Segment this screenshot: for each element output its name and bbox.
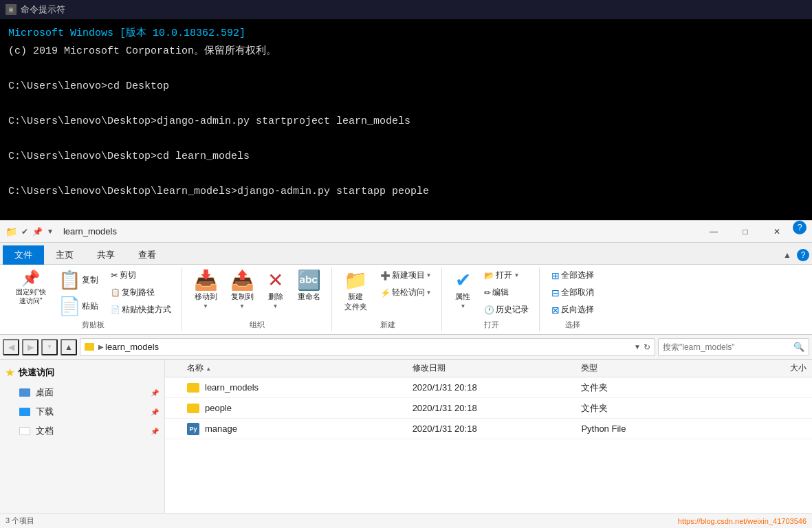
organize-label: 组织 xyxy=(250,320,265,331)
sidebar-item-download[interactable]: 下载 📌 xyxy=(0,402,164,421)
clipboard-items: 📌 固定到"快速访问" 📋 复制 📄 粘贴 xyxy=(11,267,176,318)
select-all-icon: ⊞ xyxy=(551,270,560,281)
type-manage: Python File xyxy=(581,424,716,434)
cmd-line-9 xyxy=(8,165,804,183)
search-bar: 🔍 xyxy=(658,338,809,356)
cmd-title: 命令提示符 xyxy=(21,3,65,16)
col-header-name: 名称 ▲ xyxy=(171,362,413,374)
folder-icon: 📁 xyxy=(6,226,17,237)
delete-button[interactable]: ✕ 删除 ▼ xyxy=(262,267,289,313)
folder-icon-people xyxy=(187,404,199,413)
open-button[interactable]: 📂 打开 ▼ xyxy=(479,267,534,283)
tab-file[interactable]: 文件 xyxy=(3,245,44,265)
move-to-button[interactable]: 📥 移动到 ▼ xyxy=(189,267,223,313)
search-input[interactable] xyxy=(663,342,793,352)
pin-icon: 📌 xyxy=(32,227,43,236)
cmd-line-7 xyxy=(8,130,804,148)
docs-folder-icon xyxy=(19,427,30,435)
file-row-manage[interactable]: Py manage 2020/1/31 20:18 Python File xyxy=(165,419,812,439)
new-folder-button[interactable]: 📁 新建文件夹 xyxy=(339,267,373,316)
invert-select-button[interactable]: ⊠ 反向选择 xyxy=(547,302,599,318)
explorer-status: 3 个项目 https://blog.csdn.net/weixin_41703… xyxy=(0,513,812,528)
select-all-button[interactable]: ⊞ 全部选择 xyxy=(547,267,599,283)
address-dropdown-icon[interactable]: ▼ xyxy=(634,343,641,351)
quick-access-label: 快速访问 xyxy=(19,366,54,379)
easy-access-icon: ⚡ xyxy=(380,288,391,298)
help-button[interactable]: ? xyxy=(793,221,806,234)
address-bar[interactable]: ▶ learn_models ▼ ↻ xyxy=(80,338,655,356)
up-button[interactable]: ▲ xyxy=(61,339,77,355)
minimize-button[interactable]: — xyxy=(698,221,729,243)
close-button[interactable]: ✕ xyxy=(761,221,793,243)
cmd-body: Microsoft Windows [版本 10.0.18362.592] (c… xyxy=(0,19,812,206)
file-row-learn-models[interactable]: learn_models 2020/1/31 20:18 文件夹 xyxy=(165,377,812,398)
recent-button[interactable]: ▼ xyxy=(41,339,58,355)
file-explorer: 📁 ✔ 📌 ▼ learn_models — □ ✕ ? 文件 主页 共享 查看… xyxy=(0,220,812,528)
nav-bar: ◀ ▶ ▼ ▲ ▶ learn_models ▼ ↻ 🔍 xyxy=(0,335,812,360)
easy-access-button[interactable]: ⚡ 轻松访问 ▼ xyxy=(375,285,437,300)
tab-home[interactable]: 主页 xyxy=(44,245,85,264)
sidebar-docs-label: 文档 xyxy=(36,425,54,437)
title-left: 📁 ✔ 📌 ▼ learn_models xyxy=(6,226,117,237)
cut-button[interactable]: ✂ 剪切 xyxy=(106,267,176,283)
select-none-icon: ⊟ xyxy=(551,287,560,298)
open-items: ✔ 属性 ▼ 📂 打开 ▼ ✏ 编辑 xyxy=(449,267,534,318)
type-people: 文件夹 xyxy=(581,402,716,415)
rename-button[interactable]: 🔤 重命名 xyxy=(292,267,326,305)
address-path: learn_models xyxy=(105,342,159,352)
tab-share[interactable]: 共享 xyxy=(85,245,127,264)
search-icon[interactable]: 🔍 xyxy=(793,342,804,352)
copy-to-button[interactable]: 📤 复制到 ▼ xyxy=(226,267,259,313)
forward-button[interactable]: ▶ xyxy=(22,339,39,355)
star-icon: ★ xyxy=(6,367,14,378)
paste-button[interactable]: 📄 粘贴 xyxy=(54,294,103,318)
sidebar-item-desktop[interactable]: 桌面 📌 xyxy=(0,383,164,402)
paste-shortcut-button[interactable]: 📄 粘贴快捷方式 xyxy=(106,302,176,318)
properties-icon: ✔ xyxy=(455,271,471,290)
properties-button[interactable]: ✔ 属性 ▼ xyxy=(449,267,476,313)
select-options-col: ⊞ 全部选择 ⊟ 全部取消 ⊠ 反向选择 xyxy=(547,267,599,318)
cmd-titlebar: ▣ 命令提示符 xyxy=(0,0,812,19)
file-name-people: people xyxy=(171,403,413,413)
paste-shortcut-icon: 📄 xyxy=(111,305,120,314)
ribbon: 文件 主页 共享 查看 ▲ ? 📌 固定到"快速访问" xyxy=(0,243,812,335)
history-button[interactable]: 🕐 历史记录 xyxy=(479,302,534,318)
cmd-line-6: C:\Users\lenovo\Desktop>django-admin.py … xyxy=(8,113,804,131)
new-items: 📁 新建文件夹 ➕ 新建项目 ▼ ⚡ 轻松访问 ▼ xyxy=(339,267,437,318)
back-button[interactable]: ◀ xyxy=(3,339,19,355)
file-name-manage: Py manage xyxy=(171,423,413,435)
cmd-line-2: (c) 2019 Microsoft Corporation。保留所有权利。 xyxy=(8,43,804,60)
ribbon-tabs: 文件 主页 共享 查看 ▲ ? xyxy=(0,243,812,265)
sidebar-item-docs[interactable]: 文档 📌 xyxy=(0,421,164,441)
cmd-window: ▣ 命令提示符 Microsoft Windows [版本 10.0.18362… xyxy=(0,0,812,220)
edit-button[interactable]: ✏ 编辑 xyxy=(479,285,534,300)
date-manage: 2020/1/31 20:18 xyxy=(413,424,582,434)
new-label: 新建 xyxy=(380,320,395,331)
file-row-people[interactable]: people 2020/1/31 20:18 文件夹 xyxy=(165,398,812,419)
copy-path-icon: 📋 xyxy=(111,288,120,297)
rename-icon: 🔤 xyxy=(297,271,321,290)
address-refresh-icon[interactable]: ↻ xyxy=(644,342,650,352)
address-chevron: ▶ xyxy=(98,343,104,351)
download-folder-icon xyxy=(19,408,30,416)
new-folder-icon: 📁 xyxy=(344,271,368,290)
date-people: 2020/1/31 20:18 xyxy=(413,403,582,413)
cmd-line-1: Microsoft Windows [版本 10.0.18362.592] xyxy=(8,25,804,43)
dropdown-icon[interactable]: ▼ xyxy=(47,228,54,235)
new-item-button[interactable]: ➕ 新建项目 ▼ xyxy=(375,267,437,283)
pin-quickaccess-button[interactable]: 📌 固定到"快速访问" xyxy=(11,267,51,309)
copy-button[interactable]: 📋 复制 xyxy=(54,267,103,292)
copy-paste-col: 📋 复制 📄 粘贴 xyxy=(54,267,103,318)
quick-access-header[interactable]: ★ 快速访问 xyxy=(0,362,164,383)
cmd-line-8: C:\Users\lenovo\Desktop>cd learn_models xyxy=(8,148,804,166)
ribbon-group-open: ✔ 属性 ▼ 📂 打开 ▼ ✏ 编辑 xyxy=(443,267,540,331)
select-none-button[interactable]: ⊟ 全部取消 xyxy=(547,285,599,300)
invert-select-icon: ⊠ xyxy=(551,305,560,316)
history-icon: 🕐 xyxy=(484,305,494,315)
copy-path-button[interactable]: 📋 复制路径 xyxy=(106,285,176,300)
tab-view[interactable]: 查看 xyxy=(127,245,168,264)
maximize-button[interactable]: □ xyxy=(729,221,761,243)
help-icon[interactable]: ? xyxy=(797,249,809,261)
csdn-watermark: https://blog.csdn.net/weixin_41703546 xyxy=(678,517,806,525)
collapse-ribbon-icon[interactable]: ▲ xyxy=(783,250,791,260)
